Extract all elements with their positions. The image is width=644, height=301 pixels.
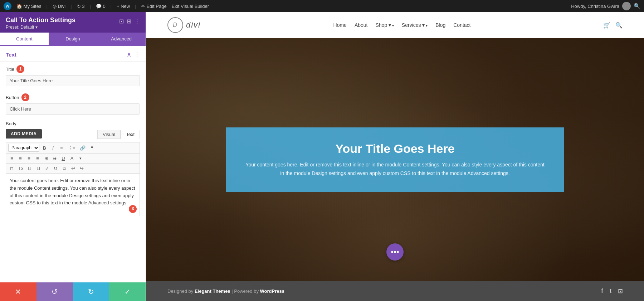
panel-preset[interactable]: Preset: Default ▾ [6, 25, 75, 30]
admin-new[interactable]: + New [117, 4, 130, 9]
more-btn[interactable]: ▾ [77, 155, 84, 161]
section-collapse-icon[interactable]: ∧ [127, 50, 131, 58]
outdent-btn[interactable]: ⊔ [35, 165, 42, 172]
nav-services[interactable]: Services ▾ [402, 22, 428, 28]
site-nav: Home About Shop ▾ Services ▾ Blog Contac… [333, 22, 471, 28]
fab-button[interactable]: ••• [386, 243, 404, 261]
align-right-btn[interactable]: ≡ [25, 155, 33, 162]
site-footer: Designed by Elegant Themes | Powered by … [146, 281, 644, 301]
panel-title: Call To Action Settings [6, 16, 75, 24]
redo-editor-btn[interactable]: ↪ [78, 165, 86, 172]
editor-body[interactable]: Your content goes here. Edit or remove t… [6, 173, 140, 216]
align-left-btn[interactable]: ≡ [8, 155, 15, 162]
cart-icon[interactable]: 🛒 [603, 22, 610, 29]
emoji-btn[interactable]: ☺ [60, 165, 68, 172]
main-layout: Call To Action Settings Preset: Default … [0, 12, 644, 301]
ol-btn[interactable]: ⋮≡ [67, 145, 77, 151]
bottom-bar: ✕ ↺ ↻ ✓ [0, 282, 146, 301]
add-media-button[interactable]: ADD MEDIA [6, 129, 42, 139]
paste-text-btn[interactable]: ⊓ [8, 165, 15, 172]
table-btn[interactable]: ⊞ [43, 155, 50, 162]
editor-toolbar-row2: ≡ ≡ ≡ ≡ ⊞ S U A ▾ [6, 153, 140, 163]
text-section-title: Text [6, 52, 16, 58]
site-body: Your Title Goes Here Your content goes h… [146, 38, 644, 281]
align-justify-btn[interactable]: ≡ [34, 155, 41, 162]
footer-twitter-icon[interactable]: t [610, 288, 611, 295]
bold-btn[interactable]: B [41, 145, 48, 151]
tab-design[interactable]: Design [49, 33, 97, 46]
footer-text: Designed by Elegant Themes | Powered by … [167, 288, 284, 294]
panel-menu-icon[interactable]: ⋮ [134, 18, 140, 25]
site-header: D divi Home About Shop ▾ Services ▾ Blog… [146, 12, 644, 38]
site-logo: D divi [167, 17, 201, 33]
panel-header-left: Call To Action Settings Preset: Default … [6, 16, 75, 30]
nav-shop[interactable]: Shop ▾ [375, 22, 394, 28]
panel-tabs: Content Design Advanced [0, 33, 146, 46]
admin-bar: W 🏠 My Sites | ◎ Divi | ↻ 3 | 💬 0 | + Ne… [0, 0, 644, 12]
wp-logo-icon[interactable]: W [4, 2, 11, 10]
nav-home[interactable]: Home [333, 22, 347, 28]
button-input[interactable] [6, 103, 140, 115]
nav-icons: 🛒 🔍 [603, 22, 623, 29]
link-btn[interactable]: 🔗 [78, 145, 87, 151]
panel-header-icons: ⊡ ⊞ ⋮ [119, 18, 140, 25]
title-input[interactable] [6, 75, 140, 86]
editor-tab-visual[interactable]: Visual [97, 130, 121, 139]
left-panel: Call To Action Settings Preset: Default … [0, 12, 146, 301]
title-field-group: Title 1 [0, 62, 146, 90]
panel-columns-icon[interactable]: ⊞ [127, 18, 131, 25]
admin-comments[interactable]: 💬 0 [96, 4, 106, 9]
admin-search-icon[interactable]: 🔍 [634, 3, 640, 9]
title-label: Title 1 [6, 65, 140, 73]
tab-advanced[interactable]: Advanced [97, 33, 146, 46]
footer-wordpress[interactable]: WordPress [260, 288, 284, 294]
tab-content[interactable]: Content [0, 33, 49, 46]
admin-refresh[interactable]: ↻ 3 [77, 4, 85, 9]
ul-btn[interactable]: ≡ [58, 145, 65, 151]
undo-button[interactable]: ↺ [36, 282, 73, 301]
search-icon[interactable]: 🔍 [615, 22, 623, 29]
undo-editor-btn[interactable]: ↩ [70, 165, 77, 172]
footer-elegant-themes[interactable]: Elegant Themes [195, 288, 230, 294]
redo-button[interactable]: ↻ [73, 282, 109, 301]
clear-format-btn[interactable]: Tx [17, 165, 25, 172]
text-section-header: Text ∧ ⋮ [0, 46, 146, 62]
body-section: Body ADD MEDIA Visual Text Paragraph B I… [0, 118, 146, 219]
text-color-btn[interactable]: A [68, 155, 75, 162]
indent-btn[interactable]: ⊔ [26, 165, 33, 172]
title-badge: 1 [16, 65, 24, 73]
body-text: Your content goes here. Edit or remove t… [10, 178, 135, 205]
blockquote-btn[interactable]: ❝ [88, 145, 96, 151]
admin-my-sites[interactable]: 🏠 My Sites [16, 4, 41, 9]
italic-btn[interactable]: I [49, 145, 57, 151]
editor-tab-text[interactable]: Text [121, 130, 140, 139]
nav-blog[interactable]: Blog [435, 22, 445, 28]
nav-about[interactable]: About [355, 22, 368, 28]
admin-avatar[interactable] [622, 2, 631, 10]
body-label: Body [6, 121, 140, 126]
panel-expand-icon[interactable]: ⊡ [119, 18, 124, 25]
footer-facebook-icon[interactable]: f [601, 288, 603, 295]
admin-edit-page[interactable]: ✏ Edit Page [141, 4, 167, 9]
cta-body: Your content goes here. Edit or remove t… [244, 161, 547, 178]
format-select[interactable]: Paragraph [8, 144, 39, 152]
cta-title: Your Title Goes Here [244, 142, 547, 156]
cta-box: Your Title Goes Here Your content goes h… [226, 127, 565, 192]
footer-instagram-icon[interactable]: ⊡ [618, 288, 623, 295]
section-more-icon[interactable]: ⋮ [134, 51, 140, 58]
save-button[interactable]: ✓ [109, 282, 146, 301]
strikethrough-btn[interactable]: S [51, 155, 58, 162]
editor-toolbar-row1: Paragraph B I ≡ ⋮≡ 🔗 ❝ [6, 142, 140, 153]
fullscreen-btn[interactable]: ⤢ [43, 165, 50, 172]
button-field-group: Button 2 [0, 90, 146, 118]
underline-btn[interactable]: U [60, 155, 67, 162]
align-center-btn[interactable]: ≡ [17, 155, 24, 162]
special-char-btn[interactable]: Ω [52, 165, 59, 172]
cancel-button[interactable]: ✕ [0, 282, 36, 301]
button-label: Button 2 [6, 93, 140, 101]
admin-exit-builder[interactable]: Exit Visual Builder [172, 4, 209, 9]
editor-tabs: Visual Text [97, 130, 140, 139]
body-badge: 3 [129, 205, 137, 213]
admin-divi[interactable]: ◎ Divi [53, 4, 65, 9]
nav-contact[interactable]: Contact [453, 22, 470, 28]
